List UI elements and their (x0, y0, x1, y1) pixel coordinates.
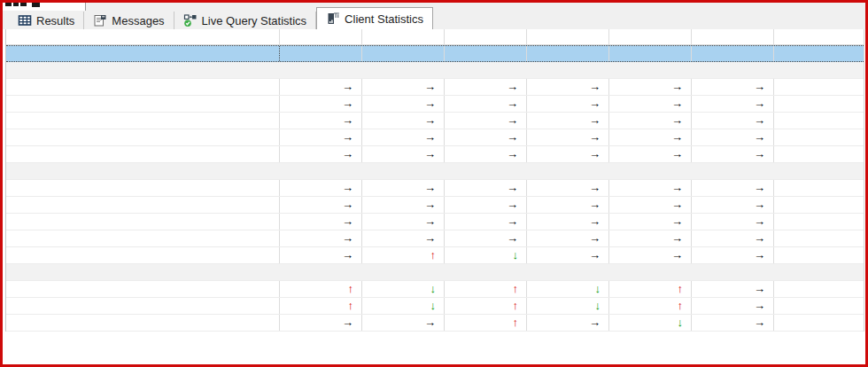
trial-cell: → (692, 197, 774, 213)
trial-cell: → (362, 146, 445, 162)
statistic-row[interactable] (6, 45, 864, 62)
trial-cell: ↓ (362, 298, 445, 314)
trend-right-arrow-icon: → (507, 113, 518, 129)
trial-cell: → (362, 230, 445, 246)
trend-right-arrow-icon: → (424, 315, 436, 331)
trial-cell: → (527, 96, 609, 112)
trial-cell: → (280, 180, 362, 196)
trial-cell: → (527, 315, 609, 331)
statistic-row[interactable]: ↑↓↑↓↑→ (6, 281, 864, 298)
trial-cell: → (527, 214, 609, 230)
trend-right-arrow-icon: → (424, 180, 436, 196)
trial-cell: ↑ (445, 315, 527, 331)
trial-cell (362, 46, 445, 61)
trend-right-arrow-icon: → (424, 79, 436, 95)
empty-pane-area (3, 332, 865, 364)
trial-cell: → (280, 79, 362, 95)
trial-cell: → (692, 96, 774, 112)
trial-cell: → (527, 180, 609, 196)
section-label (6, 264, 280, 280)
trial-cell: → (527, 230, 609, 246)
trend-right-arrow-icon: → (754, 281, 765, 297)
row-label (6, 180, 280, 196)
statistic-row[interactable]: →→→→→→ (6, 180, 864, 197)
tab-messages[interactable]: Messages (84, 12, 174, 29)
trend-right-arrow-icon: → (589, 96, 601, 112)
statistic-row[interactable]: →→→→→→ (6, 79, 864, 96)
trend-right-arrow-icon: → (671, 129, 683, 145)
tab-client-statistics[interactable]: Client Statistics (316, 7, 433, 29)
trial-cell: → (280, 129, 362, 145)
tab-live-query-statistics[interactable]: Live Query Statistics (174, 12, 317, 29)
statistic-row[interactable]: →→↑→↓→ (6, 315, 864, 332)
section-row[interactable] (6, 264, 864, 281)
trial-cell (527, 46, 609, 61)
trend-right-arrow-icon: → (589, 214, 601, 230)
trend-right-arrow-icon: → (507, 129, 518, 145)
trend-right-arrow-icon: → (671, 230, 683, 246)
trend-right-arrow-icon: → (671, 214, 683, 230)
trend-right-arrow-icon: → (424, 96, 436, 112)
trend-right-arrow-icon: → (754, 197, 765, 213)
section-row[interactable] (6, 62, 864, 79)
trend-right-arrow-icon: → (424, 146, 436, 162)
statistic-row[interactable]: →→→→→→ (6, 197, 864, 214)
trial-cell: ↑ (609, 281, 692, 297)
trend-right-arrow-icon: → (507, 214, 518, 230)
trial-cell: → (445, 129, 527, 145)
trial-cell: → (362, 113, 445, 129)
toolbar-strip (3, 3, 865, 11)
trial-cell: → (362, 214, 445, 230)
column-header-average (774, 29, 864, 44)
trial-cell (280, 46, 362, 61)
trial-cell: → (692, 113, 774, 129)
tab-label: Results (36, 14, 74, 27)
statistic-row[interactable]: →→→→→→ (6, 230, 864, 247)
row-label (6, 197, 280, 213)
trial-cell: ↓ (527, 281, 609, 297)
trend-right-arrow-icon: → (507, 180, 518, 196)
trend-right-arrow-icon: → (589, 247, 601, 263)
trial-cell: → (527, 197, 609, 213)
trend-right-arrow-icon: → (342, 180, 353, 196)
trend-up-arrow-icon: ↑ (678, 298, 684, 314)
statistic-row[interactable]: →→→→→→ (6, 214, 864, 230)
statistic-row[interactable]: →→→→→→ (6, 113, 864, 129)
section-row[interactable] (6, 163, 864, 180)
trend-right-arrow-icon: → (342, 146, 353, 162)
statistic-row[interactable]: →→→→→→ (6, 96, 864, 113)
trial-cell: → (609, 129, 692, 145)
statistic-row[interactable]: →↑↓→→→ (6, 247, 864, 264)
trial-cell: → (609, 79, 692, 95)
average-cell (774, 298, 864, 314)
average-cell (774, 46, 864, 61)
row-label (6, 79, 280, 95)
trial-cell: → (692, 129, 774, 145)
row-label (6, 230, 280, 246)
row-label (6, 214, 280, 230)
trend-down-arrow-icon: ↓ (678, 315, 684, 331)
trial-cell: ↑ (445, 298, 527, 314)
statistic-row[interactable]: →→→→→→ (6, 146, 864, 163)
trend-right-arrow-icon: → (342, 96, 353, 112)
trend-right-arrow-icon: → (589, 129, 601, 145)
results-grid-icon (18, 13, 32, 27)
trend-right-arrow-icon: → (754, 247, 765, 263)
statistic-row[interactable]: →→→→→→ (6, 129, 864, 146)
average-cell (774, 96, 864, 112)
trial-cell: → (445, 230, 527, 246)
column-header-trial-1 (692, 29, 774, 44)
tab-label: Live Query Statistics (202, 14, 307, 27)
trend-right-arrow-icon: → (754, 79, 765, 95)
column-header-trial-4 (445, 29, 527, 44)
tab-results[interactable]: Results (9, 12, 84, 29)
trial-cell: → (445, 214, 527, 230)
trend-right-arrow-icon: → (342, 247, 353, 263)
trend-right-arrow-icon: → (424, 214, 436, 230)
trial-cell: → (280, 146, 362, 162)
trial-cell: → (692, 146, 774, 162)
tab-label: Messages (112, 14, 164, 27)
statistic-row[interactable]: ↑↓↑↓↑→ (6, 298, 864, 315)
trial-cell (609, 46, 692, 61)
trial-cell: ↓ (609, 315, 692, 331)
